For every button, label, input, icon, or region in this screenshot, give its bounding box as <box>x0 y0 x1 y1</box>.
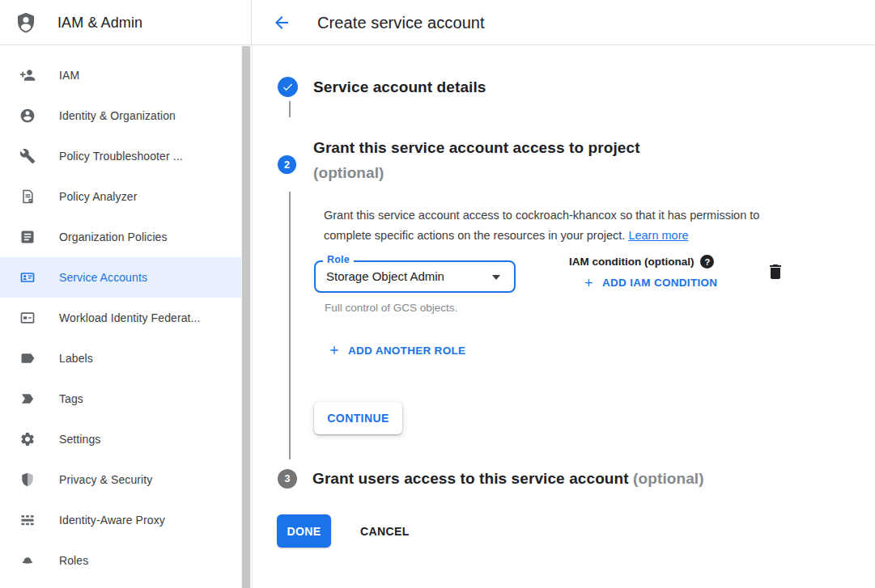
sidebar-item-settings[interactable]: Settings <box>0 419 242 459</box>
step3-title: Grant users access to this service accou… <box>312 470 629 487</box>
iam-condition-label: IAM condition (optional) <box>569 256 694 268</box>
sidebar-nav: IAM Identity & Organization Policy Troub… <box>0 46 253 588</box>
wrench-icon <box>19 148 36 164</box>
top-header: IAM & Admin Create service account <box>0 0 875 45</box>
sidebar-item-identity-organization[interactable]: Identity & Organization <box>0 95 242 136</box>
sidebar-item-labels[interactable]: Labels <box>0 338 242 379</box>
sidebar-item-policy-troubleshooter[interactable]: Policy Troubleshooter ... <box>0 136 242 176</box>
sidebar-item-label: Identity-Aware Proxy <box>59 514 165 527</box>
sidebar-item-label: Service Accounts <box>59 271 147 284</box>
step1-row: Service account details <box>278 77 486 97</box>
label-icon <box>19 350 36 366</box>
back-arrow-icon <box>272 13 291 32</box>
dropdown-caret-icon <box>492 275 500 280</box>
cancel-button[interactable]: CANCEL <box>360 525 410 538</box>
page-header: Create service account <box>253 0 875 45</box>
identity-card-icon <box>19 310 36 326</box>
sidebar-item-organization-policies[interactable]: Organization Policies <box>0 217 242 257</box>
back-button[interactable] <box>272 13 291 32</box>
sidebar-item-workload-identity-federation[interactable]: Workload Identity Federat... <box>0 298 242 338</box>
step2-heading: Grant this service account access to pro… <box>313 135 640 185</box>
add-another-role-label: ADD ANOTHER ROLE <box>348 345 465 357</box>
role-selected-value: Storage Object Admin <box>316 262 514 291</box>
add-another-role-button[interactable]: ADD ANOTHER ROLE <box>328 344 465 357</box>
service-account-icon <box>19 269 36 286</box>
product-header: IAM & Admin <box>0 0 252 45</box>
learn-more-link[interactable]: Learn more <box>628 229 688 242</box>
step1-title: Service account details <box>313 78 486 96</box>
sidebar-item-label: Tags <box>59 392 83 405</box>
sidebar-item-label: Policy Troubleshooter ... <box>59 150 183 163</box>
iam-admin-app: IAM & Admin Create service account IAM <box>0 0 875 588</box>
plus-icon <box>328 344 348 357</box>
iam-condition-label-row: IAM condition (optional) ? <box>569 255 714 269</box>
sidebar-item-tags[interactable]: Tags <box>0 379 242 419</box>
sidebar-item-label: Workload Identity Federat... <box>59 311 201 324</box>
step3-row: 3 Grant users access to this service acc… <box>278 469 704 489</box>
step-connector-line <box>289 192 291 459</box>
sidebar-item-label: Policy Analyzer <box>59 190 137 203</box>
done-button[interactable]: DONE <box>277 514 331 548</box>
sidebar-item-label: Settings <box>59 433 100 446</box>
sidebar-item-label: IAM <box>59 69 79 82</box>
delete-role-button[interactable] <box>766 262 785 281</box>
step2-description-text: Grant this service account access to coc… <box>324 209 759 242</box>
plus-icon <box>583 277 602 289</box>
sidebar-item-label: Organization Policies <box>59 231 168 243</box>
sidebar-scrollbar-thumb[interactable] <box>242 46 250 588</box>
continue-button[interactable]: CONTINUE <box>314 402 402 434</box>
sidebar-nav-list: IAM Identity & Organization Policy Troub… <box>0 55 242 581</box>
step2-number-badge: 2 <box>278 155 296 174</box>
step2-optional-label: (optional) <box>313 164 384 181</box>
shield-icon <box>19 472 36 488</box>
step2-description: Grant this service account access to coc… <box>324 205 803 246</box>
proxy-icon <box>19 512 36 528</box>
sidebar-item-service-accounts[interactable]: Service Accounts <box>0 257 242 298</box>
step3-number-badge: 3 <box>278 469 297 489</box>
hat-icon <box>19 552 36 569</box>
role-select[interactable]: Role Storage Object Admin <box>314 260 516 293</box>
sidebar-item-roles[interactable]: Roles <box>0 540 242 581</box>
create-service-account-panel: Service account details 2 Grant this ser… <box>253 46 875 588</box>
gear-icon <box>19 431 36 447</box>
sidebar-item-label: Privacy & Security <box>59 473 152 486</box>
step1-completed-check-icon <box>278 77 298 97</box>
page-title: Create service account <box>317 14 485 32</box>
sidebar-item-label: Labels <box>59 352 93 365</box>
sidebar-scrollbar[interactable] <box>241 46 251 588</box>
help-icon[interactable]: ? <box>700 255 714 269</box>
step2-title: Grant this service account access to pro… <box>313 139 640 156</box>
sidebar-item-privacy-security[interactable]: Privacy & Security <box>0 459 242 500</box>
sidebar-item-label: Roles <box>59 554 88 567</box>
add-iam-condition-label: ADD IAM CONDITION <box>602 277 717 289</box>
step3-heading: Grant users access to this service accou… <box>312 470 704 488</box>
person-add-icon <box>19 67 36 83</box>
product-title: IAM & Admin <box>57 15 142 32</box>
add-iam-condition-button[interactable]: ADD IAM CONDITION <box>583 277 717 289</box>
sidebar-item-policy-analyzer[interactable]: Policy Analyzer <box>0 176 242 217</box>
sidebar-item-identity-aware-proxy[interactable]: Identity-Aware Proxy <box>0 500 242 540</box>
sidebar-item-label: Identity & Organization <box>59 109 176 122</box>
step3-optional-label: (optional) <box>633 470 704 487</box>
policy-analyzer-icon <box>19 188 36 205</box>
tag-icon <box>19 391 36 407</box>
trash-icon <box>766 262 785 281</box>
sidebar-item-iam[interactable]: IAM <box>0 55 242 95</box>
account-circle-icon <box>19 108 36 124</box>
footer-actions: DONE CANCEL <box>277 514 410 548</box>
step-connector-line <box>289 101 291 117</box>
role-row: Role Storage Object Admin Full control o… <box>314 250 873 347</box>
role-field-label: Role <box>323 254 354 265</box>
iam-shield-icon <box>15 11 37 34</box>
document-icon <box>19 229 36 245</box>
role-helper-text: Full control of GCS objects. <box>325 302 457 314</box>
